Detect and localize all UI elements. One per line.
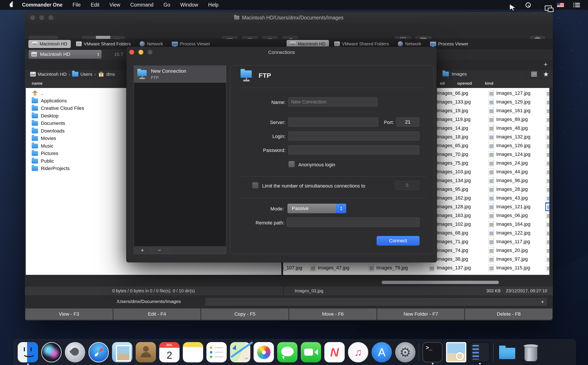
dock-icon[interactable] — [136, 342, 156, 362]
menu-item[interactable]: File — [72, 2, 81, 8]
file-item[interactable]: Images_137.jpg — [429, 263, 471, 272]
limit-connections-checkbox[interactable] — [252, 182, 259, 189]
menu-status-icon[interactable] — [572, 1, 581, 9]
remote-path-field[interactable] — [287, 218, 420, 227]
file-item[interactable]: Images_96.jpg — [489, 176, 528, 185]
menu-status-icon[interactable] — [540, 1, 549, 9]
breadcrumb-segment[interactable]: Macintosh HD› — [30, 72, 70, 77]
path-dropdown-button[interactable]: ▾ — [538, 298, 547, 306]
file-item[interactable] — [546, 220, 549, 229]
dock-icon[interactable] — [493, 343, 494, 361]
zoom-button[interactable] — [49, 15, 53, 20]
file-item[interactable] — [546, 229, 549, 237]
remove-connection-button[interactable]: − — [151, 247, 168, 254]
file-item[interactable] — [546, 168, 549, 176]
dock-icon[interactable] — [419, 343, 419, 361]
dock-icon[interactable] — [497, 342, 517, 362]
dock-icon[interactable] — [112, 342, 132, 362]
dock-icon[interactable]: 3D — [230, 342, 250, 362]
file-item[interactable] — [546, 194, 549, 202]
function-key-button[interactable]: Move - F6 — [289, 309, 376, 320]
file-item[interactable]: Images_47.jpg — [310, 263, 349, 272]
file-item[interactable]: Images_44.jpg — [489, 168, 528, 176]
file-item[interactable]: Images_115.jpg — [489, 263, 530, 272]
dock-icon[interactable] — [301, 342, 321, 362]
command-input[interactable]: ▾ — [205, 298, 547, 306]
connect-button[interactable]: Connect — [376, 236, 420, 246]
file-item[interactable]: Images_127.jpg — [489, 89, 531, 98]
menu-item[interactable]: View — [109, 2, 120, 8]
file-item[interactable]: Images_06.jpg — [489, 211, 528, 220]
connection-list-item[interactable]: New Connection FTP — [134, 66, 226, 83]
tab[interactable]: Macintosh HD — [28, 40, 71, 48]
menu-status-icon[interactable] — [556, 1, 565, 9]
function-key-button[interactable]: Delete - F8 — [465, 309, 553, 320]
close-button[interactable] — [30, 15, 35, 20]
column-header-name[interactable]: name — [32, 81, 43, 86]
apple-icon[interactable] — [10, 3, 13, 7]
file-item[interactable] — [546, 133, 549, 141]
connection-list[interactable] — [134, 83, 226, 246]
dock-icon[interactable]: >_ — [422, 342, 443, 362]
file-item[interactable] — [546, 211, 549, 220]
file-item[interactable]: Images_164.jpg — [489, 220, 531, 229]
file-item[interactable]: Images_161.jpg — [489, 106, 531, 115]
file-item[interactable]: Images_107.jpg — [283, 263, 302, 272]
file-item[interactable] — [546, 150, 549, 159]
file-item[interactable] — [546, 246, 549, 255]
menu-item[interactable]: Window — [180, 2, 198, 8]
window-titlebar[interactable]: Macintosh HD/Users/dmx/Documents/Images — [25, 12, 553, 23]
mode-dropdown[interactable]: Passive ▴▾ — [287, 204, 346, 213]
file-item[interactable] — [546, 176, 549, 185]
dock-icon[interactable] — [470, 342, 490, 362]
file-item[interactable]: Images_43.jpg — [489, 194, 528, 202]
drive-selector[interactable]: Macintosh HD ▴▾ — [28, 50, 102, 59]
menu-status-icon[interactable] — [524, 1, 532, 9]
file-item[interactable]: Images_132.jpg — [489, 133, 531, 141]
file-item[interactable] — [546, 237, 549, 246]
file-item[interactable]: Images_24.jpg — [489, 159, 528, 168]
dock-icon[interactable]: ⚙ — [395, 342, 415, 362]
function-key-button[interactable]: View - F3 — [25, 309, 113, 320]
dock-icon[interactable] — [65, 342, 85, 362]
anonymous-checkbox[interactable] — [288, 161, 295, 168]
file-item[interactable]: Images_129.jpg — [489, 98, 531, 106]
file-item[interactable] — [546, 159, 549, 168]
file-item[interactable] — [546, 255, 549, 263]
file-item[interactable] — [546, 185, 549, 194]
column-header[interactable]: ed — [440, 81, 445, 86]
dock-icon[interactable] — [88, 342, 109, 362]
menu-status-icon[interactable] — [508, 1, 516, 9]
menu-item[interactable]: Edit — [91, 2, 99, 8]
file-item[interactable] — [546, 141, 549, 150]
file-item[interactable]: Images_122.jpg — [489, 229, 531, 237]
limit-connections-field[interactable] — [395, 181, 419, 190]
file-item[interactable] — [546, 202, 549, 211]
column-header[interactable]: kind — [485, 81, 493, 86]
menu-app-name[interactable]: Commander One — [22, 2, 63, 8]
file-item[interactable] — [546, 115, 549, 124]
dock-icon[interactable]: A — [372, 342, 392, 362]
dock-icon[interactable] — [183, 342, 203, 362]
menu-item[interactable]: Help — [208, 2, 219, 8]
breadcrumb-segment[interactable]: Users› — [72, 72, 96, 77]
dock-icon[interactable] — [254, 342, 274, 362]
dock-icon[interactable] — [446, 342, 466, 362]
menu-item[interactable]: Command — [130, 2, 153, 8]
function-key-button[interactable]: Edit - F4 — [113, 309, 201, 320]
minimize-button[interactable] — [39, 15, 44, 20]
dock-icon[interactable] — [277, 342, 298, 362]
name-field[interactable] — [288, 97, 377, 106]
dock-icon[interactable] — [18, 342, 38, 362]
file-item[interactable]: Images_117.jpg — [489, 237, 530, 246]
dock-icon[interactable] — [520, 342, 541, 362]
port-field[interactable] — [396, 118, 419, 126]
tab[interactable]: VMware Shared Folders — [72, 40, 135, 48]
right-breadcrumb-label[interactable]: Images — [452, 71, 467, 77]
favorites-star-icon[interactable] — [543, 70, 549, 78]
file-item[interactable]: Images_124.jpg — [489, 150, 531, 159]
dock-icon[interactable] — [206, 342, 227, 362]
login-field[interactable] — [288, 131, 419, 140]
dock-icon[interactable]: JUL 2 — [159, 342, 180, 362]
add-tab-button[interactable]: + — [541, 60, 550, 69]
